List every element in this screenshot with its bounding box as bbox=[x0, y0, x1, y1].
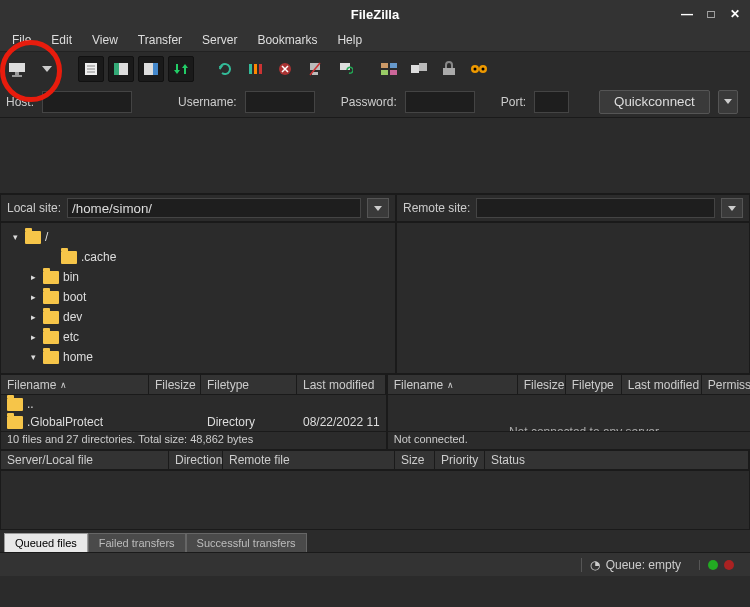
local-list-header: Filename∧ Filesize Filetype Last modifie… bbox=[1, 375, 386, 395]
led-green-icon bbox=[708, 560, 718, 570]
message-log[interactable] bbox=[0, 118, 750, 194]
reconnect-button[interactable] bbox=[332, 56, 358, 82]
svg-marker-36 bbox=[728, 206, 736, 211]
tree-item: .cache bbox=[1, 247, 395, 267]
col-size[interactable]: Size bbox=[395, 451, 435, 469]
refresh-button[interactable] bbox=[212, 56, 238, 82]
svg-marker-34 bbox=[724, 99, 732, 104]
tree-item: ▸boot bbox=[1, 287, 395, 307]
col-filename[interactable]: Filename∧ bbox=[388, 375, 518, 394]
username-input[interactable] bbox=[245, 91, 315, 113]
local-site-bar: Local site: bbox=[0, 194, 396, 222]
col-filesize[interactable]: Filesize bbox=[149, 375, 201, 394]
svg-rect-17 bbox=[259, 64, 262, 74]
remote-empty-message: Not connected to any server bbox=[388, 425, 750, 431]
menu-file[interactable]: File bbox=[4, 30, 39, 50]
disconnect-button[interactable] bbox=[302, 56, 328, 82]
local-tree[interactable]: ▾/ .cache ▸bin ▸boot ▸dev ▸etc ▾home bbox=[0, 222, 396, 374]
remote-file-list[interactable]: Filename∧ Filesize Filetype Last modifie… bbox=[387, 374, 750, 450]
col-permissions[interactable]: Permissions bbox=[702, 375, 750, 394]
local-site-dropdown[interactable] bbox=[367, 198, 389, 218]
toggle-log-button[interactable] bbox=[78, 56, 104, 82]
sort-asc-icon: ∧ bbox=[447, 380, 454, 390]
titlebar: FileZilla — □ ✕ bbox=[0, 0, 750, 28]
sync-browse-button[interactable] bbox=[436, 56, 462, 82]
search-button[interactable] bbox=[466, 56, 492, 82]
maximize-button[interactable]: □ bbox=[702, 5, 720, 23]
svg-rect-11 bbox=[153, 63, 158, 75]
folder-icon bbox=[25, 231, 41, 244]
queue-header: Server/Local file Direction Remote file … bbox=[0, 450, 750, 470]
port-input[interactable] bbox=[534, 91, 569, 113]
process-queue-button[interactable] bbox=[242, 56, 268, 82]
folder-icon bbox=[43, 311, 59, 324]
remote-site-label: Remote site: bbox=[403, 201, 470, 215]
sort-asc-icon: ∧ bbox=[60, 380, 67, 390]
folder-icon bbox=[43, 351, 59, 364]
menu-view[interactable]: View bbox=[84, 30, 126, 50]
col-lastmod[interactable]: Last modified bbox=[297, 375, 386, 394]
statusbar: ◔ Queue: empty bbox=[0, 552, 750, 576]
queue-body[interactable] bbox=[0, 470, 750, 530]
svg-marker-35 bbox=[374, 206, 382, 211]
queue-status-text: Queue: empty bbox=[606, 558, 681, 572]
col-filetype[interactable]: Filetype bbox=[201, 375, 297, 394]
queue-tabs: Queued files Failed transfers Successful… bbox=[0, 530, 750, 552]
folder-icon bbox=[61, 251, 77, 264]
tree-item: ▸etc bbox=[1, 327, 395, 347]
compare-button[interactable] bbox=[406, 56, 432, 82]
filter-button[interactable] bbox=[376, 56, 402, 82]
col-serverlocal[interactable]: Server/Local file bbox=[1, 451, 169, 469]
col-filesize[interactable]: Filesize bbox=[518, 375, 566, 394]
minimize-button[interactable]: — bbox=[678, 5, 696, 23]
svg-rect-9 bbox=[114, 63, 119, 75]
tab-successful[interactable]: Successful transfers bbox=[186, 533, 307, 552]
tree-item: ▸bin bbox=[1, 267, 395, 287]
remote-site-dropdown[interactable] bbox=[721, 198, 743, 218]
col-status[interactable]: Status bbox=[485, 451, 749, 469]
svg-rect-15 bbox=[249, 64, 252, 74]
col-priority[interactable]: Priority bbox=[435, 451, 485, 469]
menu-server[interactable]: Server bbox=[194, 30, 245, 50]
svg-rect-1 bbox=[15, 72, 19, 75]
col-direction[interactable]: Direction bbox=[169, 451, 223, 469]
remote-tree[interactable] bbox=[396, 222, 750, 374]
svg-marker-14 bbox=[219, 66, 223, 70]
svg-marker-12 bbox=[174, 70, 180, 74]
col-filename[interactable]: Filename∧ bbox=[1, 375, 149, 394]
tab-queued[interactable]: Queued files bbox=[4, 533, 88, 552]
quickconnect-history-dropdown[interactable] bbox=[718, 90, 738, 114]
svg-rect-23 bbox=[381, 63, 388, 68]
tab-failed[interactable]: Failed transfers bbox=[88, 533, 186, 552]
cancel-button[interactable] bbox=[272, 56, 298, 82]
svg-point-33 bbox=[482, 68, 485, 71]
host-input[interactable] bbox=[42, 91, 132, 113]
col-remotefile[interactable]: Remote file bbox=[223, 451, 395, 469]
folder-icon bbox=[7, 416, 23, 429]
folder-icon bbox=[43, 331, 59, 344]
port-label: Port: bbox=[501, 95, 526, 109]
close-button[interactable]: ✕ bbox=[726, 5, 744, 23]
menu-transfer[interactable]: Transfer bbox=[130, 30, 190, 50]
site-manager-button[interactable] bbox=[4, 56, 30, 82]
col-filetype[interactable]: Filetype bbox=[566, 375, 622, 394]
col-lastmod[interactable]: Last modified bbox=[622, 375, 702, 394]
site-manager-dropdown[interactable] bbox=[34, 56, 60, 82]
toggle-local-tree-button[interactable] bbox=[108, 56, 134, 82]
remote-site-input[interactable] bbox=[476, 198, 715, 218]
svg-rect-28 bbox=[419, 63, 427, 71]
toggle-remote-tree-button[interactable] bbox=[138, 56, 164, 82]
menu-help[interactable]: Help bbox=[329, 30, 370, 50]
local-site-input[interactable] bbox=[67, 198, 361, 218]
folder-icon bbox=[43, 271, 59, 284]
password-input[interactable] bbox=[405, 91, 475, 113]
menu-edit[interactable]: Edit bbox=[43, 30, 80, 50]
svg-rect-24 bbox=[390, 63, 397, 68]
quickconnect-button[interactable]: Quickconnect bbox=[599, 90, 710, 114]
local-file-list[interactable]: Filename∧ Filesize Filetype Last modifie… bbox=[0, 374, 387, 450]
svg-rect-25 bbox=[381, 70, 388, 75]
toggle-queue-button[interactable] bbox=[168, 56, 194, 82]
local-site-label: Local site: bbox=[7, 201, 61, 215]
menu-bookmarks[interactable]: Bookmarks bbox=[249, 30, 325, 50]
folder-icon bbox=[43, 291, 59, 304]
